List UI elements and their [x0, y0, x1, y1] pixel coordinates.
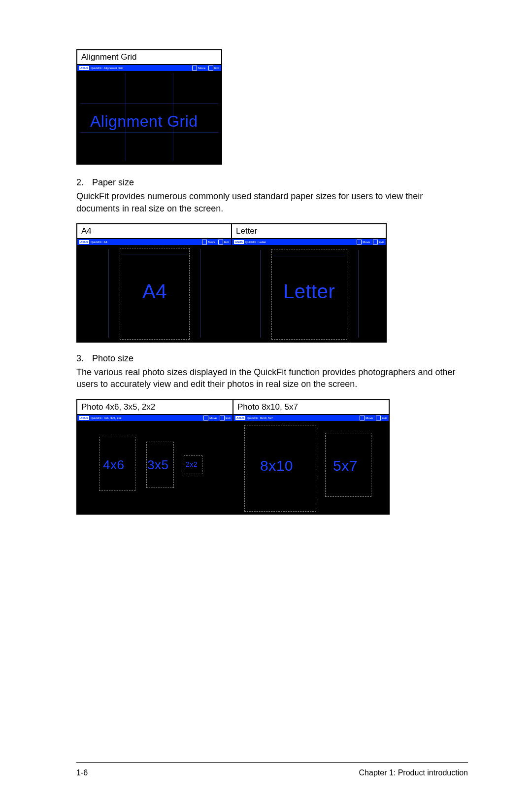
osd-bar: ASUS QuickFit : 4x6, 3x5, 2x2 Move Exit	[77, 415, 233, 421]
alignment-grid-caption: Alignment Grid	[77, 50, 222, 65]
photo1-screen: ASUS QuickFit : 4x6, 3x5, 2x2 Move Exit …	[77, 415, 233, 514]
osd-title: QuickFit : Alignment Grid	[91, 66, 123, 70]
move-icon	[357, 240, 362, 244]
label-3x5: 3x5	[147, 457, 168, 473]
page-footer: 1-6 Chapter 1: Product introduction	[76, 768, 468, 777]
osd-bar: ASUS QuickFit : Alignment Grid Move Exit	[77, 65, 221, 71]
asus-logo: ASUS	[234, 240, 244, 244]
asus-logo: ASUS	[79, 416, 89, 420]
asus-logo: ASUS	[79, 66, 89, 70]
photo2-screen: ASUS QuickFit : 8x10, 5x7 Move Exit 8x10…	[233, 415, 389, 514]
exit-icon	[218, 240, 223, 244]
osd-title: QuickFit : Letter	[245, 240, 266, 244]
label-4x6: 4x6	[103, 457, 124, 473]
osd-bar: ASUS QuickFit : Letter Move Exit	[232, 239, 386, 245]
move-icon	[202, 240, 207, 244]
osd-bar: ASUS QuickFit : A4 Move Exit	[77, 239, 231, 245]
exit-icon	[208, 66, 213, 70]
move-icon	[360, 416, 365, 420]
move-icon	[192, 66, 197, 70]
asus-logo: ASUS	[79, 240, 89, 244]
label-2x2: 2x2	[186, 460, 198, 468]
label-5x7: 5x7	[333, 457, 358, 474]
osd-title: QuickFit : 4x6, 3x5, 2x2	[91, 416, 122, 420]
section3-body: The various real photo sizes displayed i…	[76, 366, 468, 390]
osd-move-label: Move	[198, 66, 205, 70]
photo2-caption: Photo 8x10, 5x7	[233, 400, 389, 415]
osd-bar: ASUS QuickFit : 8x10, 5x7 Move Exit	[233, 415, 389, 421]
section3-heading: 3.Photo size	[76, 352, 468, 364]
asus-logo: ASUS	[235, 416, 245, 420]
photo1-caption: Photo 4x6, 3x5, 2x2	[77, 400, 233, 415]
letter-screen: ASUS QuickFit : Letter Move Exit Letter	[232, 239, 386, 342]
move-icon	[203, 416, 208, 420]
osd-title: QuickFit : A4	[91, 240, 107, 244]
a4-caption: A4	[77, 224, 232, 239]
a4-label: A4	[142, 280, 167, 303]
letter-caption: Letter	[232, 224, 386, 239]
alignment-grid-figure: Alignment Grid ASUS QuickFit : Alignment…	[76, 49, 222, 165]
label-8x10: 8x10	[260, 457, 293, 474]
alignment-grid-screen: ASUS QuickFit : Alignment Grid Move Exit…	[77, 65, 221, 164]
exit-icon	[376, 416, 381, 420]
photo-size-figure: Photo 4x6, 3x5, 2x2 Photo 8x10, 5x7 ASUS…	[76, 399, 390, 515]
osd-exit-label: Exit	[214, 66, 219, 70]
letter-label: Letter	[283, 280, 335, 303]
footer-rule	[76, 762, 468, 763]
osd-title: QuickFit : 8x10, 5x7	[247, 416, 273, 420]
paper-size-figure: A4 Letter ASUS QuickFit : A4 Move Exit	[76, 223, 387, 343]
page-number: 1-6	[76, 768, 88, 777]
chapter-title: Chapter 1: Product introduction	[359, 768, 468, 777]
exit-icon	[220, 416, 225, 420]
a4-screen: ASUS QuickFit : A4 Move Exit A4	[77, 239, 231, 342]
section2-heading: 2.Paper size	[76, 176, 468, 188]
section2-body: QuickFit provides numerous commonly used…	[76, 190, 468, 214]
exit-icon	[373, 240, 378, 244]
alignment-grid-label: Alignment Grid	[90, 112, 198, 131]
